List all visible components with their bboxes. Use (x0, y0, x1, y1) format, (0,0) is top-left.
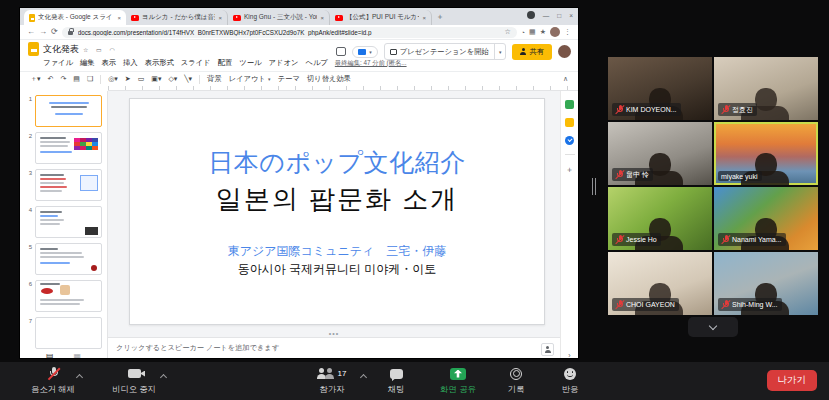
screen-share-button[interactable]: 화면 공유 (430, 366, 486, 395)
slides-logo-icon[interactable] (28, 42, 39, 56)
tasks-icon[interactable] (565, 136, 574, 145)
menu-slide[interactable]: スライド (181, 58, 211, 68)
tab-slides[interactable]: 文化発表 - Google スライド × (24, 10, 126, 25)
close-icon[interactable]: × (569, 12, 573, 19)
menu-tools[interactable]: ツール (239, 58, 261, 68)
tab-close-icon[interactable]: × (218, 15, 222, 21)
slide-thumbnail[interactable] (35, 206, 102, 238)
share-button[interactable]: 共有 (512, 44, 552, 60)
redo-icon[interactable]: ↷ (60, 75, 66, 83)
tab-close-icon[interactable]: × (117, 15, 121, 21)
address-bar[interactable]: docs.google.com/presentation/d/1T4fHVX_B… (62, 27, 517, 38)
insert-shape-icon[interactable]: ◇▾ (168, 75, 177, 83)
reload-icon[interactable]: ⟳ (51, 28, 58, 36)
browser-menu-icon[interactable]: ⋮ (564, 28, 571, 36)
participant-tile[interactable]: Shih-Ming W... (714, 252, 818, 315)
thumbnail-row-1[interactable]: 1 (20, 95, 107, 132)
grid-view-icon[interactable]: ▦ (74, 352, 82, 359)
thumbnail-row-7[interactable]: 7 (20, 317, 107, 349)
participant-tile[interactable]: KIM DOYEON... (608, 57, 712, 120)
speaker-notes[interactable]: クリックするとスピーカー ノートを追加できます (108, 337, 560, 358)
participant-tile[interactable]: 정효진 (714, 57, 818, 120)
calendar-icon[interactable] (565, 100, 574, 109)
slide-thumbnail[interactable] (35, 317, 102, 349)
slide-thumbnail[interactable] (35, 132, 102, 164)
comments-icon[interactable] (336, 47, 346, 56)
tab-close-icon[interactable]: × (422, 15, 426, 21)
gallery-scroll-down-button[interactable] (688, 317, 738, 337)
menu-insert[interactable]: 挿入 (123, 58, 138, 68)
new-slide-icon[interactable]: ＋▾ (30, 74, 41, 84)
background-button[interactable]: 背景 (207, 74, 222, 84)
slide-thumbnail[interactable] (35, 280, 102, 312)
slide-title-korean[interactable]: 일본의 팝문화 소개 (216, 182, 458, 217)
stop-video-button[interactable]: 비디오 중지 (98, 366, 170, 395)
insert-image-icon[interactable]: ▣▾ (151, 75, 161, 83)
restore-icon[interactable]: □ (557, 12, 561, 19)
menu-view[interactable]: 表示 (101, 58, 116, 68)
theme-button[interactable]: テーマ (278, 74, 300, 84)
minimize-icon[interactable]: — (543, 12, 550, 19)
participant-tile[interactable]: 畠中 怜 (608, 122, 712, 185)
slide-thumbnail[interactable] (35, 95, 102, 127)
paint-format-icon[interactable]: ❏ (87, 75, 93, 83)
participants-button[interactable]: 17 참가자 (296, 366, 368, 395)
unmute-button[interactable]: 음소거 해제 (18, 366, 88, 395)
notes-resize-handle[interactable]: ••• (329, 330, 339, 337)
tab-youtube-3[interactable]: 【公式】PUI PUI モルカー 第1話 × (330, 10, 432, 25)
thumbnail-row-2[interactable]: 2 (20, 132, 107, 169)
participant-tile[interactable]: Nanami Yama... (714, 187, 818, 250)
extension-icon[interactable]: ★ (540, 28, 546, 36)
slide-subtitle-japanese[interactable]: 東アジア国際コミュニティ 三宅・伊藤 (228, 243, 447, 260)
print-icon[interactable]: ▤ (73, 75, 80, 83)
layout-button[interactable]: レイアウト▾ (229, 74, 271, 84)
slide-thumbnail[interactable] (35, 243, 102, 275)
menu-file[interactable]: ファイル (43, 58, 73, 68)
transition-button[interactable]: 切り替え効果 (307, 74, 351, 84)
thumbnail-row-4[interactable]: 4 (20, 206, 107, 243)
thumbnail-row-5[interactable]: 5 (20, 243, 107, 280)
thumbnail-row-6[interactable]: 6 (20, 280, 107, 317)
tab-close-icon[interactable]: × (320, 15, 324, 21)
current-slide[interactable]: 日本のポップ文化紹介 일본의 팝문화 소개 東アジア国際コミュニティ 三宅・伊藤… (129, 98, 545, 325)
extension-icon[interactable]: ▦ (529, 28, 536, 36)
star-folder-cloud-icons[interactable]: ☆ ▭ ◠ (83, 46, 118, 53)
menu-help[interactable]: ヘルプ (305, 58, 327, 68)
document-title[interactable]: 文化発表 (43, 43, 79, 56)
panel-collapse-icon[interactable]: › (568, 352, 570, 358)
forward-icon[interactable]: → (39, 28, 47, 36)
menu-format[interactable]: 表示形式 (145, 58, 174, 68)
add-addon-icon[interactable]: ＋ (566, 164, 574, 175)
record-button[interactable]: 기록 (494, 366, 538, 395)
menu-addons[interactable]: アドオン (269, 58, 299, 68)
presentation-dropdown-icon[interactable]: ▾ (495, 46, 506, 57)
new-tab-button[interactable]: ＋ (436, 11, 444, 22)
participant-tile[interactable]: Jessie Ho (608, 187, 712, 250)
participant-tile-active-speaker[interactable]: miyake yuki (714, 122, 818, 185)
browser-profile-avatar[interactable] (550, 27, 560, 37)
menu-arrange[interactable]: 配置 (218, 58, 233, 68)
tab-youtube-1[interactable]: ヨルシカ - だから僕は音楽を辞めた × (126, 10, 228, 25)
browser-update-icon[interactable] (527, 11, 535, 19)
audio-options-icon[interactable] (76, 374, 83, 381)
reactions-button[interactable]: 반응 (548, 366, 592, 395)
filmstrip-view-icon[interactable]: ▤ (46, 352, 54, 359)
notes-person-button[interactable] (541, 343, 554, 356)
collapse-toolbar-icon[interactable]: ∧ (563, 75, 568, 83)
text-box-icon[interactable]: ▭ (138, 75, 145, 83)
undo-icon[interactable]: ↶ (48, 75, 54, 83)
video-options-icon[interactable] (160, 374, 167, 381)
present-to-meeting-button[interactable]: ▾ (352, 46, 378, 58)
back-icon[interactable]: ← (27, 28, 35, 36)
tab-youtube-2[interactable]: King Gnu - 三文小説 - YouTube × (228, 10, 330, 25)
account-avatar[interactable] (558, 45, 571, 58)
panel-resize-handle[interactable] (592, 178, 596, 195)
participants-options-icon[interactable] (360, 374, 367, 381)
select-cursor-icon[interactable]: ➤ (125, 75, 131, 83)
zoom-icon[interactable]: ◎▾ (108, 75, 118, 83)
bookmark-star-icon[interactable]: ☆ (505, 28, 511, 36)
slide-title-japanese[interactable]: 日本のポップ文化紹介 (208, 146, 465, 179)
leave-meeting-button[interactable]: 나가기 (767, 370, 818, 391)
keep-icon[interactable] (565, 118, 574, 127)
chat-button[interactable]: 채팅 (374, 366, 418, 395)
